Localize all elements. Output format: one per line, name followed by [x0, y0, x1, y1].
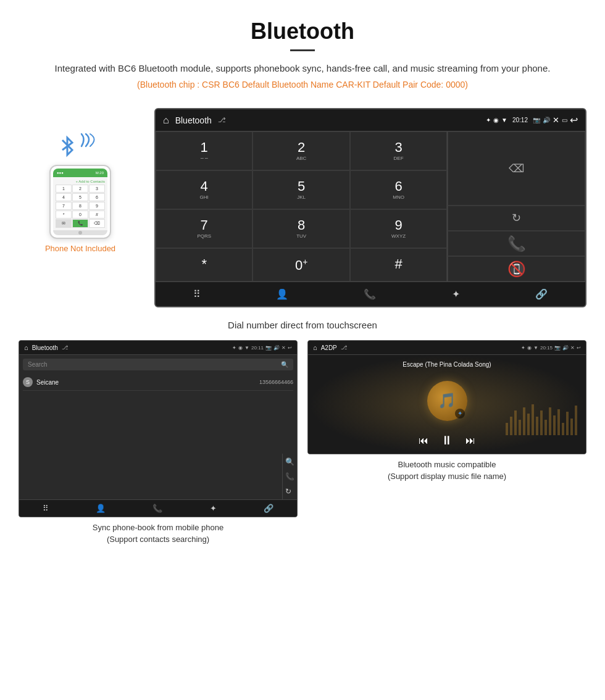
svg-rect-16 — [575, 406, 577, 435]
next-track-button[interactable]: ⏭ — [465, 435, 475, 446]
phonebook-home-icon[interactable]: ⌂ — [24, 344, 28, 351]
music-usb-icon: ⎇ — [341, 344, 347, 351]
music-status-bar: ✦ ◉ ▼ 20:15 📷 🔊 ✕ ↩ — [521, 345, 581, 351]
mus-vol-icon: 🔊 — [562, 345, 569, 351]
pb-keypad-icon[interactable]: ⠿ — [43, 504, 49, 513]
dial-key-4[interactable]: 4 GHI — [156, 170, 252, 209]
wifi-icon: ▼ — [501, 117, 507, 123]
play-pause-button[interactable]: ⏸ — [441, 433, 453, 448]
phone-key-6: 6 — [89, 193, 105, 201]
mus-location-icon: ◉ — [527, 345, 532, 351]
svg-rect-10 — [549, 407, 551, 435]
song-title: Escape (The Pina Colada Song) — [403, 361, 491, 368]
svg-rect-1 — [510, 417, 512, 435]
music-home-icon[interactable]: ⌂ — [313, 344, 317, 351]
dial-key-3[interactable]: 3 DEF — [350, 131, 447, 170]
keypad-nav-icon[interactable]: ⠿ — [193, 288, 201, 300]
back-icon[interactable]: ↩ — [570, 114, 578, 126]
phone-key-del: ⌫ — [89, 219, 105, 228]
link-nav-icon[interactable]: 🔗 — [535, 288, 548, 300]
music-screen: ⌂ A2DP ⎇ ✦ ◉ ▼ 20:15 📷 🔊 ✕ ↩ — [307, 340, 586, 454]
contact-initial: S — [23, 377, 33, 387]
equalizer-visual — [506, 398, 580, 435]
dial-key-7[interactable]: 7 PQRS — [156, 209, 252, 248]
dial-key-9[interactable]: 9 WXYZ — [350, 209, 447, 248]
mus-camera-icon: 📷 — [554, 345, 561, 351]
phonebook-search-bar[interactable]: Search 🔍 — [23, 359, 293, 370]
dial-key-0[interactable]: 0+ — [252, 248, 349, 281]
svg-rect-15 — [570, 419, 573, 435]
phone-screen: + Add to Contacts 1 2 3 4 5 6 7 8 9 * 0 … — [53, 177, 107, 230]
dial-key-star[interactable]: * — [156, 248, 252, 281]
svg-rect-0 — [506, 423, 508, 435]
call-end-icon: 📵 — [507, 260, 526, 278]
backspace-icon: ⌫ — [509, 162, 524, 175]
svg-rect-4 — [523, 407, 525, 435]
mus-wifi-icon: ▼ — [533, 345, 538, 351]
pb-contacts-icon[interactable]: 👤 — [96, 504, 106, 513]
phone-top-bar: ●●● M:20 — [53, 169, 107, 177]
mus-back-icon[interactable]: ↩ — [577, 345, 581, 351]
dial-key-1[interactable]: 1 ∽∽ — [156, 131, 252, 170]
pb-side-refresh-icon[interactable]: ↻ — [285, 487, 294, 496]
pb-phone-icon[interactable]: 📞 — [152, 504, 162, 513]
dialer-area: 1 ∽∽ 2 ABC 3 DEF 4 GHI 5 JKL — [156, 131, 585, 281]
dial-key-2[interactable]: 2 ABC — [252, 131, 349, 170]
pb-side-phone-icon[interactable]: 📞 — [285, 472, 294, 481]
time-display: 20:12 — [512, 117, 528, 123]
mus-bt-icon: ✦ — [521, 345, 525, 351]
volume-icon: 🔊 — [543, 117, 550, 123]
contact-name: Seicane — [36, 379, 259, 386]
phonebook-caption: Sync phone-book from mobile phone (Suppo… — [93, 522, 223, 544]
screen-title: Bluetooth — [175, 115, 212, 125]
call-answer-cell[interactable]: 📞 — [448, 231, 585, 256]
phonebook-screen-wrapper: ⌂ Bluetooth ⎇ ✦ ◉ ▼ 20:11 📷 🔊 ✕ ↩ — [19, 340, 298, 544]
bluetooth-icon — [57, 133, 77, 160]
page-title: Bluetooth — [37, 19, 568, 44]
bluetooth-nav-icon[interactable]: ✦ — [452, 288, 460, 300]
screen-bottom-nav: ⠿ 👤 📞 ✦ 🔗 — [156, 281, 585, 306]
phone-key-1: 1 — [56, 185, 72, 193]
dial-key-8[interactable]: 8 TUV — [252, 209, 349, 248]
usb-icon: ⎇ — [218, 116, 226, 124]
search-icon: 🔍 — [281, 361, 288, 368]
contact-number: 13566664466 — [259, 379, 293, 385]
phonebook-status-bar: ✦ ◉ ▼ 20:11 📷 🔊 ✕ ↩ — [232, 345, 292, 351]
backspace-cell[interactable]: ⌫ — [448, 131, 585, 206]
bluetooth-specs: (Bluetooth chip : CSR BC6 Default Blueto… — [37, 80, 568, 90]
dial-key-5[interactable]: 5 JKL — [252, 170, 349, 209]
pb-close-icon[interactable]: ✕ — [282, 345, 286, 351]
phonebook-screen: ⌂ Bluetooth ⎇ ✦ ◉ ▼ 20:11 📷 🔊 ✕ ↩ — [19, 340, 298, 517]
pb-link-icon[interactable]: 🔗 — [264, 504, 273, 513]
dial-key-6[interactable]: 6 MNO — [350, 170, 447, 209]
mus-close-icon[interactable]: ✕ — [570, 345, 575, 351]
phone-key-call: 📞 — [72, 219, 88, 228]
main-screen-caption: Dial number direct from touchscreen — [0, 320, 605, 330]
phone-nav-icon[interactable]: 📞 — [364, 288, 376, 300]
phonebook-screen-header: ⌂ Bluetooth ⎇ ✦ ◉ ▼ 20:11 📷 🔊 ✕ ↩ — [19, 341, 297, 355]
phonebook-screen-body: Search 🔍 S Seicane 13566664466 — [19, 355, 297, 454]
phone-key-8: 8 — [72, 202, 88, 210]
window-icon: ▭ — [562, 117, 567, 123]
pb-back-icon[interactable]: ↩ — [288, 345, 292, 351]
bluetooth-waves-icon — [78, 133, 103, 160]
dial-key-hash[interactable]: # — [350, 248, 447, 281]
album-bt-icon: ✦ — [457, 410, 462, 417]
phone-key-hash: # — [89, 210, 105, 219]
call-end-cell[interactable]: 📵 — [448, 256, 585, 281]
contact-row[interactable]: S Seicane 13566664466 — [23, 374, 293, 391]
pb-location-icon: ◉ — [238, 345, 243, 351]
music-note-icon: 🎵 — [438, 392, 456, 409]
svg-rect-7 — [536, 417, 538, 435]
prev-track-button[interactable]: ⏮ — [419, 435, 428, 446]
close-icon[interactable]: ✕ — [553, 115, 559, 125]
screen-status-icons: ✦ ◉ ▼ 20:12 📷 🔊 ✕ ▭ ↩ — [486, 114, 578, 126]
pb-bluetooth-icon[interactable]: ✦ — [210, 504, 217, 513]
screen-header-bar: ⌂ Bluetooth ⎇ ✦ ◉ ▼ 20:12 📷 🔊 ✕ ▭ ↩ — [156, 109, 585, 131]
title-divider — [290, 49, 315, 51]
home-icon[interactable]: ⌂ — [163, 115, 169, 126]
pb-vol-icon: 🔊 — [273, 345, 280, 351]
pb-side-search-icon[interactable]: 🔍 — [285, 457, 294, 466]
contacts-nav-icon[interactable]: 👤 — [276, 288, 288, 300]
refresh-cell[interactable]: ↻ — [448, 206, 585, 231]
